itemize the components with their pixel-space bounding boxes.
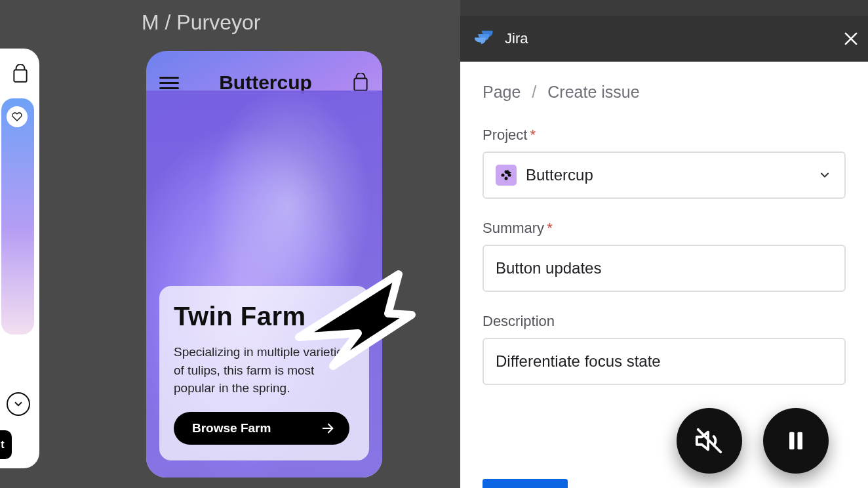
summary-field-label: Summary*: [483, 220, 846, 237]
summary-input[interactable]: Button updates: [483, 245, 846, 292]
bag-icon[interactable]: [352, 73, 369, 92]
pause-button[interactable]: [763, 408, 829, 474]
browse-farm-label: Browse Farm: [192, 421, 271, 436]
svg-rect-9: [789, 432, 795, 450]
description-input-value: Differentiate focus state: [496, 352, 661, 371]
close-icon: [842, 30, 860, 48]
svg-rect-1: [354, 79, 366, 91]
svg-rect-0: [14, 70, 26, 82]
browse-farm-button[interactable]: Browse Farm: [174, 412, 349, 445]
description-field-label: Description: [483, 313, 846, 330]
adjacent-card-preview: [1, 98, 34, 335]
bag-icon: [12, 64, 29, 84]
project-avatar-icon: [496, 165, 517, 186]
chevron-down-icon: [818, 169, 831, 182]
farm-card: Twin Farm Specializing in multiple varie…: [159, 286, 369, 460]
hamburger-icon: [159, 77, 179, 89]
frame-title: M / Purveyor: [142, 10, 260, 35]
breadcrumb-page-link[interactable]: Page: [483, 83, 521, 101]
description-input[interactable]: Differentiate focus state: [483, 338, 846, 385]
project-select[interactable]: Buttercup: [483, 152, 846, 199]
design-canvas[interactable]: M / Purveyor t: [0, 0, 460, 488]
expand-button[interactable]: [7, 392, 30, 416]
arrow-right-icon: [321, 421, 335, 436]
favorite-button[interactable]: [7, 106, 28, 127]
pause-icon: [783, 428, 809, 454]
mute-button[interactable]: [677, 408, 742, 474]
project-select-value: Buttercup: [526, 166, 593, 184]
project-field-label: Project*: [483, 127, 846, 144]
adjacent-button-sliver: t: [0, 430, 12, 459]
speaker-muted-icon: [694, 426, 724, 456]
farm-card-description: Specializing in multiple varieties of tu…: [174, 343, 355, 397]
heart-icon: [12, 112, 22, 122]
phone-frame[interactable]: Buttercup Twin Farm Specializing in mult…: [146, 51, 382, 478]
chevron-down-icon: [12, 398, 24, 410]
jira-logo-icon: [475, 29, 494, 49]
jira-header: Jira: [460, 16, 868, 62]
required-indicator: *: [530, 127, 536, 143]
adjacent-frame[interactable]: t: [0, 49, 39, 468]
create-button[interactable]: [483, 479, 568, 488]
menu-button[interactable]: [159, 73, 179, 92]
jira-form: Page / Create issue Project* Buttercup: [460, 62, 868, 385]
required-indicator: *: [547, 220, 553, 236]
svg-rect-10: [798, 432, 803, 450]
close-button[interactable]: [842, 30, 860, 48]
summary-input-value: Button updates: [496, 259, 601, 277]
jira-app-name: Jira: [505, 30, 528, 47]
farm-card-title: Twin Farm: [174, 302, 355, 331]
breadcrumb-current: Create issue: [547, 83, 639, 101]
breadcrumb-separator: /: [532, 83, 536, 101]
panel-topstrip: [460, 0, 868, 16]
breadcrumb: Page / Create issue: [483, 83, 846, 102]
